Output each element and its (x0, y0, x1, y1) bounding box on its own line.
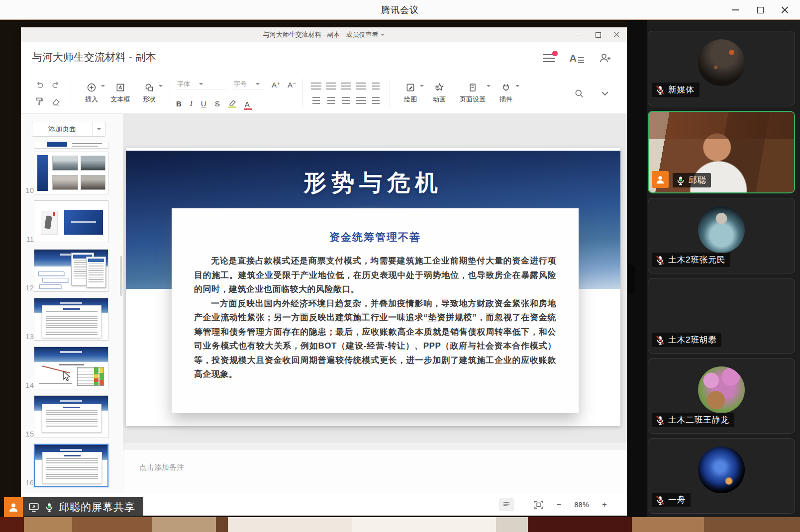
maximize-icon[interactable] (756, 6, 764, 14)
card-paragraph-1[interactable]: 无论是直接占款模式还是商票支付模式，均需要建筑施工企业前期垫付大量的资金进行项目… (194, 254, 556, 297)
close-icon[interactable] (781, 6, 789, 14)
zoom-in-button[interactable]: + (602, 500, 607, 509)
thumbnail-scrollbar[interactable] (120, 256, 122, 296)
member-view-mode-dropdown[interactable]: 成员仅查看 (346, 30, 385, 39)
line-spacing-icon[interactable] (372, 97, 380, 104)
font-size-select[interactable]: 字号 (233, 80, 265, 90)
current-slide[interactable]: 形势与危机 资金统筹管理不善 无论是直接占款模式还是商票支付模式，均需要建筑施工… (126, 148, 620, 426)
mic-muted-icon (655, 85, 666, 95)
meeting-title: 腾讯会议 (381, 4, 419, 16)
increase-font-button[interactable]: A⁺ (272, 81, 281, 89)
participant-tile[interactable]: 土木2班胡攀 (648, 278, 795, 354)
outline-view-icon[interactable]: A (570, 53, 584, 63)
menu-icon[interactable] (543, 54, 555, 63)
card-paragraph-2[interactable]: 一方面反映出国内外经济环境日趋复杂，并叠加疫情影响，导致地方财政资金紧张和房地产… (194, 297, 556, 382)
wps-titlebar: 与河大师生交流材料 - 副本 成员仅查看 (21, 27, 627, 42)
slide-thumbnail-10[interactable] (34, 152, 108, 194)
align-right-icon[interactable] (342, 97, 350, 104)
slide-thumbnail-16-selected[interactable] (34, 444, 108, 487)
add-page-dropdown[interactable] (92, 122, 105, 136)
share-user-icon[interactable] (599, 53, 612, 64)
notes-panel-icon (502, 501, 510, 508)
search-icon[interactable] (574, 89, 584, 98)
wps-minimize-icon[interactable] (576, 32, 582, 38)
insert-button[interactable]: 插入 (77, 77, 106, 109)
collapse-toolbar-icon[interactable] (601, 91, 609, 96)
font-family-select[interactable]: 字体 (176, 80, 226, 90)
slide-title[interactable]: 形势与危机 (126, 168, 620, 198)
align-left-icon[interactable] (312, 97, 320, 104)
underline-button[interactable]: U (201, 99, 206, 108)
bullet-list-icon[interactable] (311, 83, 321, 89)
slide-thumbnail-15[interactable] (34, 395, 108, 438)
slide-thumbnail-11[interactable] (34, 200, 108, 243)
zoom-level: 88% (575, 501, 590, 509)
participant-tile[interactable]: 一舟 (648, 438, 795, 514)
tencent-meeting-window: 腾讯会议 与河大师生交流材料 - 副本 成员仅查看 与河大师生交流材料 - 副本 (0, 0, 800, 532)
zoom-out-button[interactable]: − (557, 500, 562, 509)
plugin-icon (501, 83, 511, 92)
increase-indent-icon[interactable] (356, 83, 366, 89)
page-setup-button[interactable]: 页面设置 (454, 77, 492, 109)
strikethrough-button[interactable]: S (215, 99, 220, 108)
textbox-button[interactable]: 文本框 (106, 77, 135, 109)
decrease-indent-icon[interactable] (341, 83, 351, 89)
panel-collapse-handle[interactable] (628, 265, 635, 293)
desktop-wallpaper-strip (0, 517, 800, 532)
decrease-font-button[interactable]: A⁻ (288, 81, 297, 89)
avatar (698, 286, 745, 333)
redo-icon[interactable] (51, 80, 61, 90)
add-page-button[interactable]: 添加页面 (32, 122, 105, 137)
font-color-button[interactable]: A (245, 101, 250, 108)
shape-button[interactable]: 形状 (135, 77, 164, 109)
participant-video (649, 112, 794, 192)
fit-slide-icon[interactable] (534, 500, 544, 509)
animation-button[interactable]: 动画 (425, 77, 454, 109)
eraser-icon[interactable] (51, 96, 61, 106)
participant-tile[interactable]: 新媒体 (648, 31, 795, 106)
slide-content-card[interactable]: 资金统筹管理不善 无论是直接占款模式还是商票支付模式，均需要建筑施工企业前期垫付… (172, 208, 579, 413)
slide-thumbnail-panel: 添加页面 10 1 (21, 114, 123, 493)
mic-muted-icon (655, 335, 666, 346)
participant-tile[interactable]: 土木二班王静龙 (648, 358, 795, 434)
undo-icon[interactable] (34, 80, 44, 90)
paragraph-settings-icon[interactable] (372, 83, 380, 89)
slide-thumbnail-partial[interactable] (34, 142, 108, 149)
italic-button[interactable]: I (190, 99, 193, 108)
slide-canvas[interactable]: 形势与危机 资金统筹管理不善 无论是直接占款模式还是商票支付模式，均需要建筑施工… (123, 114, 627, 442)
participant-tile[interactable]: 土木2班张元民 (648, 198, 795, 273)
highlight-color-button[interactable] (228, 99, 236, 108)
screen-share-banner: 邱聪的屏幕共享 (4, 497, 143, 517)
wps-maximize-icon[interactable] (595, 32, 601, 38)
slide-thumbnail-13[interactable] (34, 298, 108, 341)
slide-thumbnail-14[interactable] (34, 347, 108, 389)
participant-name: 一舟 (668, 494, 686, 506)
bold-button[interactable]: B (176, 99, 182, 108)
plugin-button[interactable]: 插件 (492, 77, 520, 109)
notes-divider[interactable] (123, 442, 627, 450)
minimize-icon[interactable] (731, 6, 739, 14)
slide-number: 15 (23, 430, 34, 438)
shape-icon (144, 83, 154, 92)
justify-icon[interactable] (356, 97, 366, 104)
slide-row: 13 (21, 298, 123, 342)
chevron-down-icon (256, 83, 260, 85)
participant-tile-speaking[interactable]: 邱聪 (648, 111, 795, 193)
slide-number: 13 (23, 332, 34, 341)
slide-number: 14 (23, 381, 34, 389)
notes-panel-toggle[interactable] (499, 498, 514, 511)
draw-button[interactable]: 绘图 (396, 77, 425, 109)
card-title[interactable]: 资金统筹管理不善 (172, 230, 579, 244)
align-center-icon[interactable] (327, 97, 335, 104)
notes-area[interactable]: 点击添加备注 (123, 450, 627, 493)
chevron-down-icon (101, 85, 105, 87)
meeting-titlebar: 腾讯会议 (0, 0, 800, 20)
wps-toolbar: 插入 文本框 形状 字体 字号 A⁺ A⁻ B (21, 74, 627, 114)
wps-close-icon[interactable] (614, 32, 620, 38)
page-setup-icon (468, 83, 478, 92)
format-painter-icon[interactable] (34, 96, 44, 106)
participant-name: 新媒体 (668, 84, 695, 95)
slide-thumbnail-12[interactable] (34, 249, 108, 292)
numbered-list-icon[interactable] (326, 83, 336, 89)
avatar (698, 366, 745, 413)
